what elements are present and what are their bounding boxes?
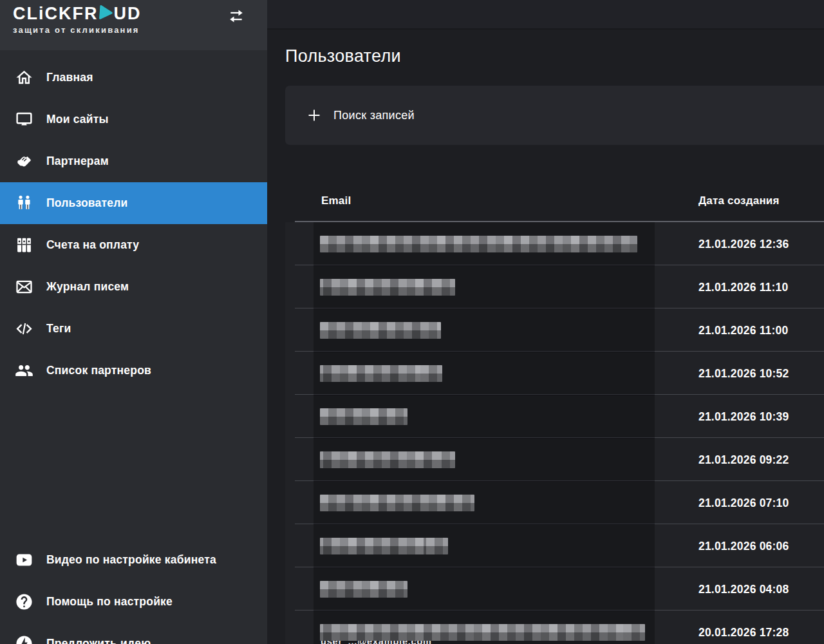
created-date-cell: 21.01.2026 07:10 xyxy=(698,496,789,509)
binders-icon xyxy=(14,236,34,254)
created-date-cell: 20.01.2026 17:28 xyxy=(698,625,789,639)
censored-email-region: user_...@example.com xyxy=(314,611,655,644)
sidebar-item-partner-list[interactable]: Список партнеров xyxy=(0,350,267,392)
sidebar-item-mail-log[interactable]: Журнал писем xyxy=(0,266,267,308)
search-panel-label: Поиск записей xyxy=(333,109,415,122)
sidebar-item-label: Помощь по настройке xyxy=(46,595,173,609)
censored-email xyxy=(320,581,407,598)
code-icon xyxy=(14,319,34,338)
handshake-icon xyxy=(14,152,34,171)
created-date-cell: 21.01.2026 12:36 xyxy=(698,237,789,251)
censored-email xyxy=(320,451,455,468)
users-table: Email Дата создания 21.01.2026 12:36 21.… xyxy=(285,181,824,644)
created-date-cell: 21.01.2026 10:39 xyxy=(698,410,789,423)
table-row[interactable]: 21.01.2026 10:52 xyxy=(285,352,824,395)
censored-email-region xyxy=(314,567,655,611)
created-date-cell: 21.01.2026 10:52 xyxy=(698,366,789,380)
table-row[interactable]: 21.01.2026 12:36 xyxy=(285,222,824,265)
help-icon xyxy=(14,592,34,611)
censored-email-region xyxy=(314,438,655,482)
censored-email xyxy=(320,495,474,511)
brand-logo: CLiCKFR UD защита от скликивания xyxy=(13,3,141,35)
table-header: Email Дата создания xyxy=(285,181,824,222)
mail-icon xyxy=(14,278,34,296)
sidebar-item-tags[interactable]: Теги xyxy=(0,308,267,350)
column-header-created-date: Дата создания xyxy=(698,194,780,207)
play-triangle-icon xyxy=(98,4,113,24)
table-row[interactable]: 21.01.2026 11:00 xyxy=(285,308,824,352)
sidebar-item-partners[interactable]: Партнерам xyxy=(0,140,267,182)
home-icon xyxy=(14,68,34,87)
created-date-cell: 21.01.2026 09:22 xyxy=(698,453,789,466)
sidebar-item-suggest-idea[interactable]: Предложить идею xyxy=(0,623,267,644)
sidebar-item-users[interactable]: Пользователи xyxy=(0,182,267,224)
censored-email-region xyxy=(314,352,655,395)
table-row[interactable]: 21.01.2026 09:22 xyxy=(285,438,824,481)
search-records-panel[interactable]: Поиск записей xyxy=(285,86,824,145)
censored-email xyxy=(320,322,441,339)
table-row[interactable]: user_...@example.com 20.01.2026 17:28 xyxy=(285,611,824,644)
users-icon xyxy=(14,194,34,213)
sidebar-header: CLiCKFR UD защита от скликивания xyxy=(0,0,267,50)
sidebar-nav: Главная Мои сайты Партнерам Пользователи… xyxy=(0,50,267,392)
plus-icon xyxy=(306,107,323,124)
page-title: Пользователи xyxy=(285,46,401,66)
sidebar: CLiCKFR UD защита от скликивания Главная… xyxy=(0,0,267,644)
video-icon xyxy=(14,551,34,569)
sidebar-item-label: Партнерам xyxy=(46,155,109,168)
sidebar-footer-nav: Видео по настройке кабинета Помощь по на… xyxy=(0,539,267,644)
censored-email xyxy=(320,408,407,425)
bolt-icon xyxy=(14,634,34,644)
group-icon xyxy=(14,361,34,380)
brand-logo-text: CLiCKFR UD xyxy=(13,3,141,24)
sidebar-item-label: Предложить идею xyxy=(46,637,151,644)
sidebar-item-invoices[interactable]: Счета на оплату xyxy=(0,224,267,266)
created-date-cell: 21.01.2026 11:00 xyxy=(698,323,788,337)
sidebar-item-label: Счета на оплату xyxy=(46,238,139,252)
column-header-email: Email xyxy=(321,194,351,207)
sidebar-item-label: Теги xyxy=(46,322,71,336)
monitor-icon xyxy=(14,110,34,129)
main-area: Пользователи Поиск записей Email Дата со… xyxy=(267,0,824,644)
sidebar-item-label: Мои сайты xyxy=(46,113,109,126)
sidebar-item-setup-help[interactable]: Помощь по настройке xyxy=(0,581,267,623)
censored-email xyxy=(320,624,645,641)
sidebar-item-home[interactable]: Главная xyxy=(0,57,267,99)
censored-email-region xyxy=(314,308,655,352)
created-date-cell: 21.01.2026 11:10 xyxy=(698,280,788,294)
created-date-cell: 21.01.2026 06:06 xyxy=(698,539,789,553)
table-row[interactable]: 21.01.2026 10:39 xyxy=(285,395,824,438)
censored-email-region xyxy=(314,481,655,525)
sidebar-item-setup-video[interactable]: Видео по настройке кабинета xyxy=(0,539,267,581)
table-body: 21.01.2026 12:36 21.01.2026 11:10 21.01.… xyxy=(285,222,824,644)
censored-email xyxy=(320,538,448,554)
table-row[interactable]: 21.01.2026 04:08 xyxy=(285,567,824,611)
sidebar-item-label: Журнал писем xyxy=(46,280,129,294)
sidebar-item-label: Видео по настройке кабинета xyxy=(46,553,216,567)
brand-tagline: защита от скликивания xyxy=(13,25,141,35)
sidebar-item-label: Пользователи xyxy=(46,196,128,210)
sidebar-collapse-button[interactable] xyxy=(226,6,247,26)
table-row[interactable]: 21.01.2026 06:06 xyxy=(285,524,824,567)
created-date-cell: 21.01.2026 04:08 xyxy=(698,582,789,596)
censored-email-region xyxy=(314,395,655,439)
sidebar-item-label: Список партнеров xyxy=(46,364,151,377)
censored-email-region xyxy=(314,265,655,309)
censored-email-region xyxy=(314,222,655,266)
table-row[interactable]: 21.01.2026 11:10 xyxy=(285,265,824,308)
censored-email xyxy=(320,236,637,252)
top-bar xyxy=(267,0,824,30)
censored-email xyxy=(320,365,442,382)
sidebar-item-label: Главная xyxy=(46,71,93,84)
censored-email-region xyxy=(314,524,655,568)
logo-text-right: UD xyxy=(113,4,141,24)
logo-text-left: CLiCKFR xyxy=(13,4,98,24)
table-row[interactable]: 21.01.2026 07:10 xyxy=(285,481,824,524)
censored-email xyxy=(320,279,455,296)
sidebar-item-sites[interactable]: Мои сайты xyxy=(0,99,267,140)
